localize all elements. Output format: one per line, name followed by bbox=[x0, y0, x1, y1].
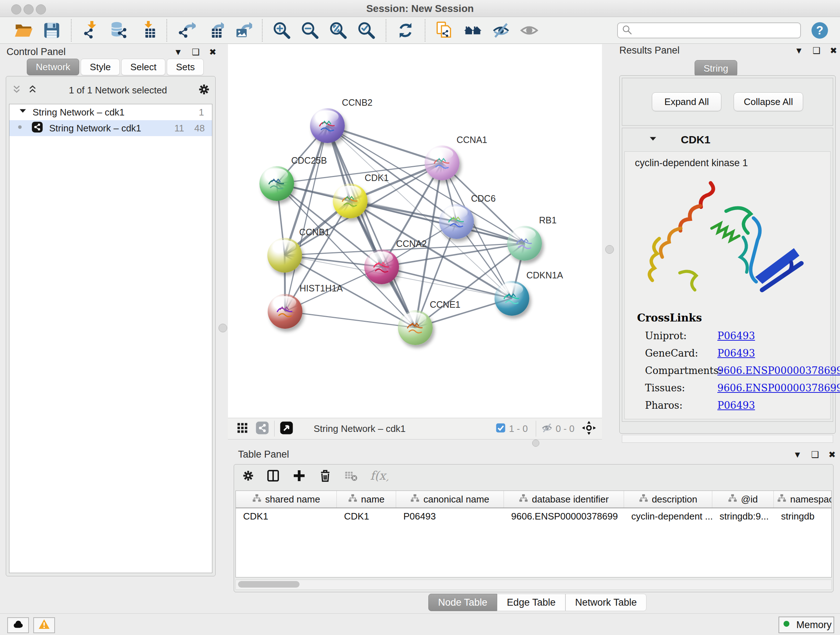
right-splitter-handle[interactable] bbox=[605, 245, 614, 254]
zoom-in-button[interactable] bbox=[268, 19, 296, 42]
expand-all-button[interactable]: Expand All bbox=[652, 92, 722, 111]
network-node-cdc6[interactable] bbox=[439, 204, 474, 239]
zoom-selected-button[interactable] bbox=[352, 19, 381, 42]
network-node-ccnb1[interactable] bbox=[267, 238, 302, 272]
network-collection-row[interactable]: String Network – cdk1 1 bbox=[9, 104, 212, 120]
gene-expander-icon[interactable] bbox=[648, 134, 658, 145]
show-columns-icon[interactable] bbox=[266, 469, 280, 485]
panel-menu-icon[interactable]: ▼ bbox=[793, 450, 802, 460]
move-crosshair-icon[interactable] bbox=[582, 421, 596, 437]
duplicate-network-button[interactable] bbox=[431, 19, 459, 42]
network-row-selected[interactable]: String Network – cdk1 11 48 bbox=[9, 120, 212, 136]
expand-all-icon[interactable] bbox=[27, 84, 38, 96]
birdseye-view-icon[interactable] bbox=[279, 421, 294, 436]
import-network-button[interactable] bbox=[77, 19, 105, 42]
memory-button[interactable]: Memory bbox=[778, 616, 834, 633]
network-node-rb1[interactable] bbox=[507, 226, 542, 261]
network-options-gear-icon[interactable] bbox=[198, 83, 210, 97]
network-node-cdk1[interactable] bbox=[333, 184, 368, 218]
network-node-ccna1[interactable] bbox=[425, 146, 459, 180]
string-results-box: Expand All Collapse All CDK1 cyclin-depe… bbox=[619, 75, 836, 434]
crosslink-link[interactable]: 9606.ENSP00000378699 bbox=[717, 365, 840, 376]
float-panel-icon[interactable]: ❑ bbox=[811, 450, 819, 460]
tab-sets[interactable]: Sets bbox=[167, 59, 204, 75]
export-image-button[interactable] bbox=[229, 19, 257, 42]
import-table-button[interactable] bbox=[133, 19, 161, 42]
thumbnail-grid-icon[interactable] bbox=[236, 421, 249, 436]
save-floppy-button[interactable] bbox=[38, 19, 66, 42]
open-folder-button[interactable] bbox=[9, 19, 38, 42]
crosslink-link[interactable]: P06493 bbox=[717, 330, 755, 341]
table-cell[interactable]: 9606.ENSP00000378699 bbox=[504, 511, 624, 522]
table-row[interactable]: CDK1CDK1P064939606.ENSP00000378699cyclin… bbox=[236, 508, 831, 524]
delete-column-icon[interactable] bbox=[318, 469, 332, 485]
network-canvas[interactable]: CCNB2 CCNA1 CDC25B CDK1 CDC6 RB1CCNB1 CC… bbox=[228, 44, 602, 418]
collapse-all-button[interactable]: Collapse All bbox=[734, 92, 803, 111]
eye-hide-button[interactable] bbox=[487, 19, 515, 42]
homes-button[interactable] bbox=[459, 19, 487, 42]
column-header-id[interactable]: @id bbox=[712, 491, 774, 508]
table-cell[interactable]: P06493 bbox=[396, 511, 504, 522]
collapse-all-icon[interactable] bbox=[11, 84, 22, 96]
network-node-ccna2[interactable] bbox=[364, 249, 399, 284]
crosslink-link[interactable]: P06493 bbox=[717, 348, 755, 359]
table-h-scrollbar-thumb[interactable] bbox=[238, 581, 300, 587]
tab-style[interactable]: Style bbox=[81, 59, 120, 75]
network-node-cdkn1a[interactable] bbox=[494, 281, 529, 316]
crosslink-link[interactable]: P06493 bbox=[717, 400, 755, 411]
network-node-ccnb2[interactable] bbox=[310, 108, 345, 143]
table-h-scrollbar[interactable] bbox=[235, 580, 832, 590]
help-button[interactable]: ? bbox=[810, 21, 829, 40]
selected-checkbox-icon[interactable] bbox=[495, 423, 506, 435]
network-node-cdc25b[interactable] bbox=[259, 166, 294, 201]
warnings-button[interactable] bbox=[33, 617, 55, 633]
close-panel-icon[interactable]: ✖ bbox=[209, 47, 216, 57]
column-header-namespace[interactable]: namespace bbox=[774, 491, 832, 508]
panel-menu-icon[interactable]: ▼ bbox=[174, 47, 183, 57]
cloud-status-button[interactable] bbox=[7, 617, 29, 633]
export-network-button[interactable] bbox=[172, 19, 201, 42]
close-panel-icon[interactable]: ✖ bbox=[830, 46, 837, 56]
column-header-name[interactable]: name bbox=[337, 491, 396, 508]
left-splitter[interactable] bbox=[218, 44, 228, 446]
left-splitter-handle[interactable] bbox=[218, 324, 227, 333]
horizontal-splitter-handle[interactable] bbox=[532, 440, 539, 447]
column-header-databaseidentifier[interactable]: database identifier bbox=[504, 491, 624, 508]
column-header-description[interactable]: description bbox=[624, 491, 712, 508]
table-cell[interactable]: cyclin-dependent ... bbox=[624, 511, 712, 522]
tab-select[interactable]: Select bbox=[121, 59, 165, 75]
table-cell[interactable]: stringdb:9... bbox=[712, 511, 774, 522]
float-panel-icon[interactable]: ❑ bbox=[813, 46, 821, 56]
network-node-ccne1[interactable] bbox=[398, 310, 433, 345]
svg-text:f(x): f(x) bbox=[370, 469, 388, 483]
network-node-hist1h1a[interactable] bbox=[268, 294, 302, 329]
table-cell[interactable]: stringdb bbox=[774, 511, 832, 522]
tab-edge-table[interactable]: Edge Table bbox=[497, 594, 565, 611]
right-splitter[interactable] bbox=[602, 44, 616, 446]
table-settings-gear-icon[interactable] bbox=[242, 470, 254, 483]
tab-network-table[interactable]: Network Table bbox=[565, 594, 647, 611]
tab-string[interactable]: String bbox=[695, 60, 737, 77]
close-panel-icon[interactable]: ✖ bbox=[829, 450, 836, 460]
table-cell[interactable]: CDK1 bbox=[337, 511, 396, 522]
collection-expander-icon[interactable] bbox=[18, 106, 27, 119]
zoom-fit-button[interactable] bbox=[324, 19, 352, 42]
gene-section-header[interactable]: CDK1 bbox=[622, 128, 833, 151]
float-panel-icon[interactable]: ❑ bbox=[192, 47, 200, 57]
network-share-icon[interactable] bbox=[256, 421, 269, 436]
tab-node-table[interactable]: Node Table bbox=[428, 594, 497, 611]
export-table-button[interactable] bbox=[201, 19, 229, 42]
column-header-sharedname[interactable]: shared name bbox=[236, 491, 337, 508]
panel-menu-icon[interactable]: ▼ bbox=[795, 46, 804, 56]
add-column-icon[interactable] bbox=[292, 469, 306, 485]
zoom-out-button[interactable] bbox=[296, 19, 324, 42]
refresh-button[interactable] bbox=[392, 19, 420, 42]
import-database-button[interactable] bbox=[105, 19, 133, 42]
node-table[interactable]: shared name name canonical name database… bbox=[235, 491, 832, 578]
tab-network[interactable]: Network bbox=[27, 59, 79, 75]
crosslink-link[interactable]: 9606.ENSP00000378699 bbox=[717, 382, 840, 394]
results-scrollbar[interactable] bbox=[622, 435, 833, 443]
column-header-canonicalname[interactable]: canonical name bbox=[396, 491, 504, 508]
table-cell[interactable]: CDK1 bbox=[236, 511, 337, 522]
search-input[interactable] bbox=[617, 22, 801, 38]
